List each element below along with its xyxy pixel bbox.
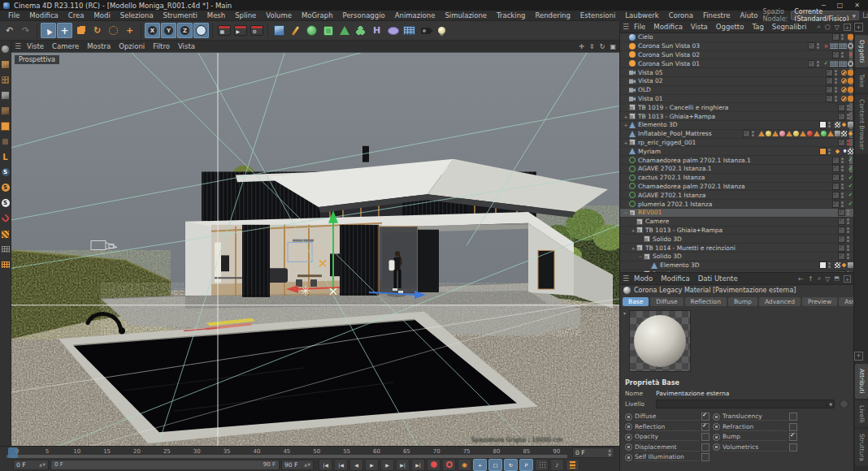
expand-toggle[interactable]: −: [637, 253, 644, 259]
add-hair-button[interactable]: H: [369, 23, 384, 38]
tag-redx-icon[interactable]: [823, 43, 829, 49]
menu-item[interactable]: Corona: [664, 11, 698, 19]
object-name[interactable]: Elemento 3D: [638, 121, 819, 128]
add-cloner-button[interactable]: [353, 23, 368, 38]
tag-otag-icon[interactable]: [848, 87, 853, 93]
livello-select[interactable]: ▼: [656, 400, 835, 408]
visibility-dots[interactable]: [841, 158, 845, 163]
expand-toggle[interactable]: +: [623, 114, 629, 119]
tag-check-icon[interactable]: [848, 166, 853, 171]
add-tab-icon[interactable]: +: [854, 352, 863, 361]
menu-item[interactable]: Spline: [230, 11, 261, 19]
live-selection-button[interactable]: ▲: [41, 23, 56, 38]
tag-tex-icon[interactable]: [835, 131, 840, 136]
record-parameter-toggle[interactable]: P: [519, 459, 533, 471]
channel-checkbox[interactable]: [701, 423, 710, 431]
parent-up-icon[interactable]: ↑: [808, 275, 814, 283]
enable-checkbox[interactable]: [819, 121, 827, 128]
enable-checkbox[interactable]: [838, 218, 845, 225]
expand-toggle[interactable]: +: [623, 122, 629, 127]
tag-mtri-icon[interactable]: [827, 131, 834, 136]
visibility-dots[interactable]: [835, 78, 839, 84]
tag-gear-icon[interactable]: [848, 61, 853, 67]
zoom-view-icon[interactable]: ⇕: [589, 43, 595, 50]
search-icon[interactable]: ⌕: [817, 23, 820, 31]
object-row[interactable]: AGAVE 2702.1 Istanza.1: [620, 165, 853, 174]
menu-item[interactable]: Modi: [89, 11, 115, 19]
object-row[interactable]: Solido 3D: [620, 235, 853, 244]
object-name[interactable]: Vista 02: [638, 77, 826, 84]
tag-otag-icon[interactable]: [848, 70, 853, 76]
visibility-dots[interactable]: [847, 253, 851, 259]
coordinate-system-button[interactable]: [193, 23, 209, 38]
expand-toggle[interactable]: −: [637, 271, 644, 272]
attribute-menu-item[interactable]: Modo: [630, 274, 657, 283]
visibility-dots[interactable]: [835, 96, 839, 102]
material-tab[interactable]: Reflection: [685, 297, 727, 306]
tag-check-icon[interactable]: [848, 184, 853, 189]
tag-msph-y-icon[interactable]: [766, 131, 771, 136]
add-panel-icon[interactable]: +: [844, 24, 851, 31]
tag-check-icon[interactable]: [823, 61, 829, 67]
layer-edit-icon[interactable]: [840, 400, 848, 408]
filter-icon[interactable]: ▽: [835, 24, 840, 31]
visibility-dots[interactable]: [847, 245, 851, 251]
object-row[interactable]: − REV001: [620, 209, 853, 218]
tag-msph-p-icon[interactable]: [779, 131, 785, 136]
object-name[interactable]: Camere: [645, 218, 838, 225]
object-row[interactable]: Chamaedorea palm 2702.1 Istanza.1: [620, 156, 853, 165]
visibility-dots[interactable]: [847, 140, 851, 145]
timeline-playhead[interactable]: [8, 447, 18, 458]
enable-checkbox[interactable]: [832, 192, 840, 199]
tag-no-icon[interactable]: [841, 87, 847, 93]
object-row[interactable]: Elemento 3D: [620, 261, 853, 270]
object-row[interactable]: TB 1019 - Cancelli e ringhiera: [620, 103, 853, 112]
expand-toggle[interactable]: +: [630, 245, 636, 251]
viewport-menu-icon[interactable]: ☰: [15, 42, 21, 50]
channel-radio-icon[interactable]: [625, 454, 632, 461]
channel-radio-icon[interactable]: [713, 434, 720, 441]
add-panel-icon[interactable]: +: [844, 275, 851, 283]
tag-msph-g-icon[interactable]: [821, 131, 827, 136]
render-settings-button[interactable]: [249, 23, 264, 38]
add-tab-icon[interactable]: +: [854, 23, 863, 32]
current-frame-spinner[interactable]: 0 F▲▼: [13, 460, 49, 470]
object-row[interactable]: cactus 2702.1 Istanza: [620, 174, 853, 183]
enable-checkbox[interactable]: [808, 60, 815, 67]
tag-odot-icon[interactable]: [841, 262, 847, 268]
menu-item[interactable]: Laubwerk: [620, 11, 663, 19]
object-mode-button[interactable]: [1, 121, 11, 131]
playback-options-button[interactable]: [566, 459, 579, 471]
lock-y-button[interactable]: Y: [161, 23, 176, 38]
tag-no-icon[interactable]: [841, 70, 847, 76]
object-name[interactable]: Elemento 3D: [660, 261, 819, 269]
object-manager-menu-icon[interactable]: ☰: [623, 23, 629, 31]
convert-editable-button[interactable]: [1, 44, 11, 54]
panel-tab[interactable]: Attributi: [855, 364, 868, 399]
visibility-dots[interactable]: [828, 149, 832, 154]
add-subdivision-button[interactable]: [304, 23, 319, 38]
object-row[interactable]: + TB 1013 - Ghiaia+Rampa: [620, 227, 853, 236]
tag-otag-icon[interactable]: [848, 96, 853, 102]
menu-item[interactable]: Aiuto: [735, 11, 762, 19]
material-tab[interactable]: Bump: [728, 297, 757, 306]
menu-item[interactable]: File: [3, 11, 24, 19]
goto-start-button[interactable]: |◀: [319, 459, 332, 471]
material-tab[interactable]: Diffuse: [650, 297, 683, 306]
menu-item[interactable]: Mesh: [202, 11, 230, 19]
tag-seq-icon[interactable]: [830, 61, 838, 67]
points-mode-button[interactable]: [1, 136, 11, 146]
object-name[interactable]: OLD: [638, 86, 826, 93]
menu-item[interactable]: Estensioni: [575, 11, 621, 19]
tag-odot-icon[interactable]: [835, 149, 840, 154]
preview-range-slider[interactable]: 0 F 90 F: [50, 460, 280, 470]
menu-item[interactable]: Rendering: [530, 11, 575, 19]
tag-mtri-icon[interactable]: [786, 131, 792, 136]
enable-checkbox[interactable]: [743, 130, 750, 137]
expand-toggle[interactable]: +: [630, 227, 636, 233]
visibility-dots[interactable]: [847, 236, 851, 242]
attribute-menu-item[interactable]: Dati Utente: [694, 274, 742, 283]
enable-checkbox[interactable]: [826, 86, 833, 93]
object-row[interactable]: Vista 02: [620, 77, 853, 86]
uv-mode-button[interactable]: [1, 90, 11, 100]
